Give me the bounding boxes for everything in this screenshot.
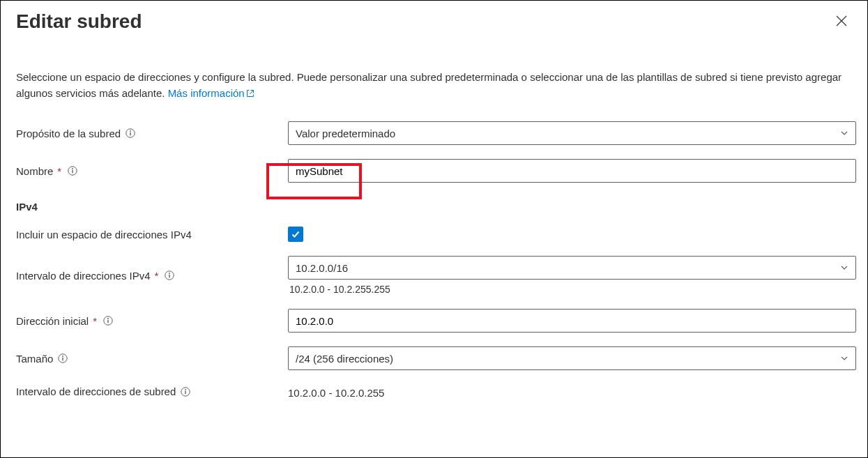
svg-rect-5 [73,170,73,174]
size-select[interactable]: /24 (256 direcciones) [288,346,856,370]
svg-point-1 [130,130,131,132]
ipv4-heading: IPv4 [16,201,856,213]
info-icon[interactable] [164,270,175,281]
required-marker: * [57,165,61,177]
svg-point-16 [185,389,186,390]
ipv4-range-hint: 10.2.0.0 - 10.2.255.255 [288,284,856,295]
intro-text-body: Seleccione un espacio de direcciones y c… [16,71,842,99]
label-start-addr: Dirección inicial * [16,315,274,327]
label-size: Tamaño [16,353,274,365]
intro-text: Seleccione un espacio de direcciones y c… [16,70,849,102]
panel-title: Editar subred [16,10,142,33]
external-link-icon [246,86,254,102]
info-icon[interactable] [180,386,191,397]
name-input[interactable] [296,165,848,177]
svg-point-13 [62,356,63,357]
chevron-down-icon [840,264,848,272]
svg-rect-17 [185,390,186,394]
name-input-wrapper[interactable] [288,159,856,183]
check-icon [291,229,300,239]
label-ipv4-range: Intervalo de direcciones IPv4 * [16,270,274,282]
start-addr-input-wrapper[interactable] [288,309,856,333]
ipv4-range-cell: 10.2.0.0/16 10.2.0.0 - 10.2.255.255 [288,256,856,295]
label-subnet-range: Intervalo de direcciones de subred [16,386,274,397]
ipv4-range-value: 10.2.0.0/16 [296,262,348,274]
form-grid: Propósito de la subred Valor predetermin… [16,121,852,399]
learn-more-link[interactable]: Más información [168,87,254,99]
close-icon [835,15,848,27]
include-ipv4-checkbox[interactable] [288,227,303,242]
label-purpose: Propósito de la subred [16,128,274,139]
include-ipv4-checkbox-wrap [288,227,856,242]
label-include-ipv4: Incluir un espacio de direcciones IPv4 [16,229,274,241]
purpose-select[interactable]: Valor predeterminado [288,121,856,145]
svg-rect-14 [63,358,63,361]
ipv4-range-select[interactable]: 10.2.0.0/16 [288,256,856,280]
chevron-down-icon [840,354,848,362]
close-button[interactable] [831,10,852,31]
info-icon[interactable] [67,165,78,176]
info-icon[interactable] [102,315,114,326]
info-icon[interactable] [57,353,68,364]
info-icon[interactable] [125,128,136,139]
panel-header: Editar subred [16,10,852,59]
svg-rect-2 [130,132,130,136]
svg-point-7 [169,273,171,274]
start-addr-input[interactable] [296,315,848,327]
chevron-down-icon [840,129,848,137]
edit-subnet-panel: Editar subred Seleccione un espacio de d… [0,0,868,458]
required-marker: * [155,270,159,282]
purpose-select-value: Valor predeterminado [296,128,395,139]
svg-rect-11 [107,320,108,323]
svg-point-4 [72,168,73,169]
label-name: Nombre * [16,165,274,177]
subnet-range-value: 10.2.0.0 - 10.2.0.255 [288,384,856,399]
size-select-value: /24 (256 direcciones) [296,353,393,365]
required-marker: * [93,315,97,327]
svg-point-10 [107,318,109,319]
svg-rect-8 [169,275,170,278]
